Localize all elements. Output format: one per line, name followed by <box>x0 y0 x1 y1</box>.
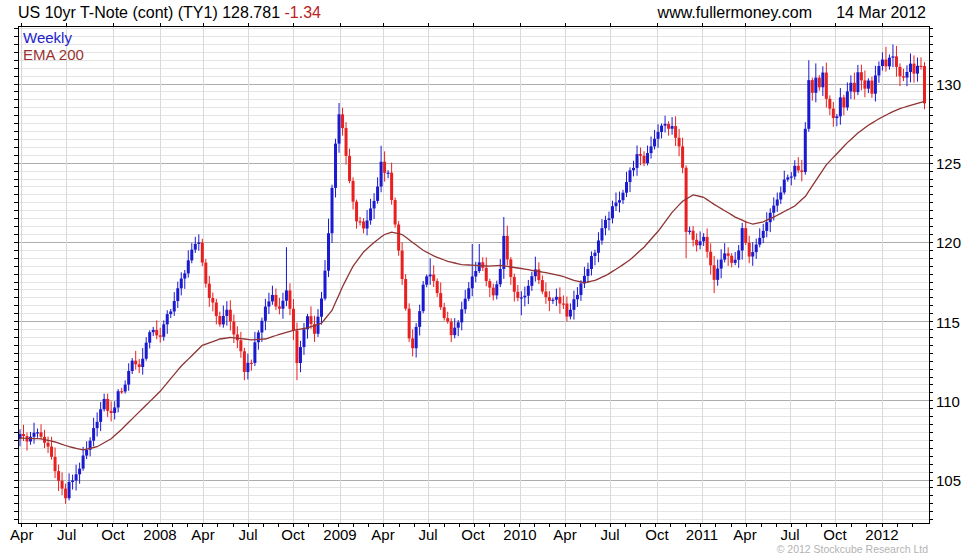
x-axis-label: 2010 <box>498 526 542 543</box>
x-axis-label: Oct <box>635 526 679 543</box>
x-axis-label: Apr <box>543 526 587 543</box>
x-axis-label: 2011 <box>680 526 724 543</box>
x-axis-label: 2008 <box>138 526 182 543</box>
y-axis-label: 130 <box>936 76 978 93</box>
y-axis-label: 115 <box>936 314 978 331</box>
x-axis-label: Jul <box>45 526 89 543</box>
y-axis-label: 110 <box>936 393 978 410</box>
copyright-label: © 2012 Stockcube Research Ltd <box>718 543 928 555</box>
legend-ema-200: EMA 200 <box>23 46 84 63</box>
chart-window: US 10yr T-Note (cont) (TY1) 128.781 -1.3… <box>0 0 980 560</box>
price-chart-plot <box>0 0 980 560</box>
x-axis-label: 2009 <box>318 526 362 543</box>
x-axis-label: Jul <box>226 526 270 543</box>
x-axis-label: 2012 <box>860 526 904 543</box>
x-axis-label: Oct <box>91 526 135 543</box>
y-axis-label: 125 <box>936 155 978 172</box>
x-axis-label: Jul <box>768 526 812 543</box>
y-axis-label: 120 <box>936 234 978 251</box>
x-axis-label: Apr <box>723 526 767 543</box>
legend-series-weekly: Weekly <box>23 29 72 46</box>
x-axis-label: Jul <box>406 526 450 543</box>
x-axis-label: Oct <box>813 526 857 543</box>
x-axis-label: Apr <box>0 526 44 543</box>
x-axis-label: Apr <box>181 526 225 543</box>
x-axis-label: Oct <box>271 526 315 543</box>
x-axis-label: Apr <box>361 526 405 543</box>
y-axis-label: 105 <box>936 472 978 489</box>
x-axis-label: Oct <box>451 526 495 543</box>
x-axis-label: Jul <box>588 526 632 543</box>
